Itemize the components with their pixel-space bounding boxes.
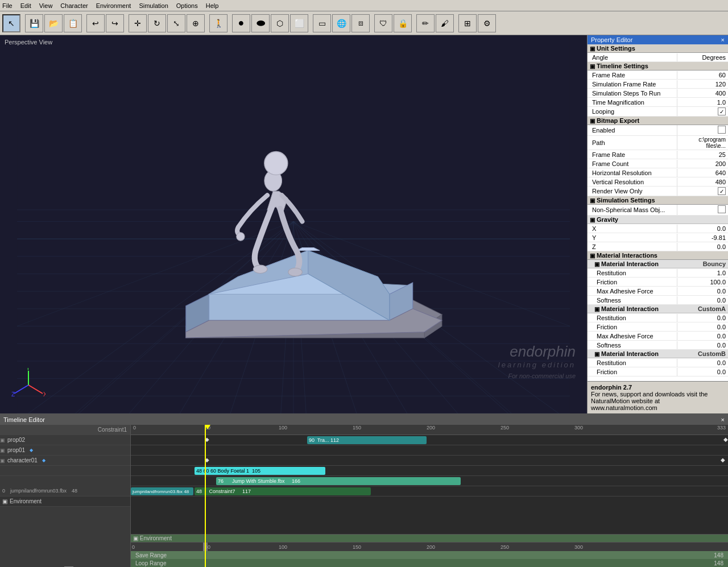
- pe-value-angle[interactable]: Degrees: [677, 53, 728, 61]
- pe-value-path[interactable]: c:\program files\e...: [677, 136, 728, 150]
- pe-value-frame-count[interactable]: 200: [677, 160, 728, 168]
- pe-value-gravity-y[interactable]: -9.81: [677, 234, 728, 242]
- timeline-titlebar: Timeline Editor ×: [0, 415, 728, 425]
- section-bitmap-export[interactable]: ▣ Bitmap Export: [588, 117, 728, 125]
- pen-button[interactable]: ✏: [416, 14, 435, 32]
- pe-value-vert-res[interactable]: 480: [677, 178, 728, 186]
- box-button[interactable]: ⬜: [290, 14, 308, 32]
- enabled-checkbox[interactable]: [718, 126, 726, 134]
- open-alt-button[interactable]: 📋: [64, 14, 82, 32]
- property-editor-content[interactable]: ▣ Unit Settings Angle Degrees ▣ Timeline…: [588, 44, 728, 381]
- timeline-close[interactable]: ×: [721, 416, 725, 423]
- capsule-button[interactable]: ⬬: [251, 14, 270, 32]
- pe-value-sim-steps[interactable]: 400: [677, 89, 728, 97]
- redo-button[interactable]: ↪: [106, 14, 124, 32]
- expand-prop01[interactable]: ▣: [0, 448, 5, 453]
- pe-value-restitution-3[interactable]: 0.0: [677, 359, 728, 367]
- section-material-bouncy[interactable]: ▣ Material Interaction Bouncy: [588, 260, 728, 268]
- menu-edit[interactable]: Edit: [20, 2, 31, 9]
- ruler-b-300: 300: [574, 544, 583, 550]
- tl-track-prop02[interactable]: ▣ prop02: [0, 435, 130, 445]
- physics-button[interactable]: ⚙: [478, 14, 496, 32]
- save-button[interactable]: 💾: [25, 14, 43, 32]
- rotate-button[interactable]: ↻: [148, 14, 166, 32]
- render-view-checkbox[interactable]: [718, 187, 726, 195]
- sphere-button[interactable]: ●: [232, 14, 250, 32]
- section-gravity[interactable]: ▣ Gravity: [588, 216, 728, 224]
- character-button[interactable]: 🚶: [209, 14, 228, 32]
- section-simulation-settings[interactable]: ▣ Simulation Settings: [588, 196, 728, 205]
- timeline-tracks[interactable]: 0 50 100 150 200 250 300 333 90 Tra... 1…: [131, 425, 728, 567]
- pe-value-horiz-res[interactable]: 640: [677, 169, 728, 177]
- pe-value-softness-2[interactable]: 0.0: [677, 341, 728, 349]
- looping-checkbox[interactable]: [718, 107, 726, 115]
- pe-value-framerate[interactable]: 60: [677, 71, 728, 79]
- pe-row-path: Path c:\program files\e...: [588, 136, 728, 150]
- expand-environment[interactable]: ▣: [2, 498, 7, 504]
- viewport[interactable]: Perspective View: [0, 35, 587, 413]
- expand-prop02[interactable]: ▣: [0, 437, 5, 443]
- pe-value-friction-3[interactable]: 0.0: [677, 368, 728, 376]
- svg-point-44: [264, 152, 288, 175]
- pe-value-friction-2[interactable]: 0.0: [677, 323, 728, 331]
- select-tool-button[interactable]: ↖: [2, 14, 20, 32]
- menu-environment[interactable]: Environment: [96, 2, 131, 9]
- svg-text:Y: Y: [26, 368, 30, 371]
- pe-value-restitution-2[interactable]: 0.0: [677, 314, 728, 322]
- non-spherical-checkbox[interactable]: [718, 205, 726, 213]
- tl-row-prop02: 90 Tra... 112 ◆ ◆: [131, 435, 728, 445]
- tl-bar-body-foetal[interactable]: 48 60 60 Body Foetal 1 105: [195, 467, 325, 475]
- pe-value-softness-1[interactable]: 0.0: [677, 296, 728, 304]
- undo-button[interactable]: ↩: [86, 14, 105, 32]
- pe-value-restitution-1[interactable]: 1.0: [677, 269, 728, 277]
- pe-value-adhesive-1[interactable]: 0.0: [677, 287, 728, 295]
- pe-label-softness-2: Softness: [588, 341, 677, 349]
- mesh-button[interactable]: ▭: [313, 14, 331, 32]
- menu-options[interactable]: Options: [176, 2, 198, 9]
- pe-value-bitmap-framerate[interactable]: 25: [677, 151, 728, 159]
- section-timeline-settings[interactable]: ▣ Timeline Settings: [588, 62, 728, 71]
- pe-value-gravity-x[interactable]: 0.0: [677, 225, 728, 233]
- snap-button[interactable]: ⊞: [458, 14, 477, 32]
- property-editor-close[interactable]: ×: [721, 36, 725, 43]
- pe-value-render-view[interactable]: [677, 187, 728, 196]
- cylinder-button[interactable]: ⬡: [271, 14, 289, 32]
- lock-button[interactable]: 🔒: [394, 14, 412, 32]
- tl-bar-constraint7[interactable]: 48 Constraint7 117: [195, 487, 371, 495]
- tl-track-prop01[interactable]: ▣ prop01 ◆: [0, 445, 130, 456]
- section-material-interactions[interactable]: ▣ Material Interactions: [588, 251, 728, 260]
- expand-char01[interactable]: ▣: [0, 458, 5, 463]
- open-button[interactable]: 📂: [44, 14, 63, 32]
- pe-value-looping[interactable]: [677, 107, 728, 116]
- tl-track-char01[interactable]: ▣ character01 ◆: [0, 456, 130, 466]
- pe-value-enabled[interactable]: [677, 125, 728, 135]
- tl-bar-jump-run[interactable]: jumpnilandfromrun03.fbx 48: [131, 487, 193, 495]
- tl-track-blank2: 0 jumpnilandfromrun03.fbx 48: [0, 476, 130, 496]
- menu-help[interactable]: Help: [206, 2, 219, 9]
- section-unit-settings[interactable]: ▣ Unit Settings: [588, 44, 728, 53]
- menu-view[interactable]: View: [39, 2, 53, 9]
- brush-button[interactable]: 🖌: [436, 14, 454, 32]
- pe-value-time-mag[interactable]: 1.0: [677, 98, 728, 106]
- menu-simulation[interactable]: Simulation: [139, 2, 168, 9]
- translate-button[interactable]: ✛: [129, 14, 147, 32]
- playhead[interactable]: [205, 425, 206, 567]
- globe-button[interactable]: 🌐: [332, 14, 350, 32]
- shield-button[interactable]: 🛡: [374, 14, 392, 32]
- section-material-customa[interactable]: ▣ Material Interaction CustomA: [588, 305, 728, 313]
- tool5-button[interactable]: ⊕: [187, 14, 205, 32]
- pe-value-friction-1[interactable]: 100.0: [677, 278, 728, 286]
- scale-button[interactable]: ⤡: [167, 14, 185, 32]
- tl-section-environment[interactable]: ▣ Environment: [0, 496, 130, 507]
- pe-value-gravity-z[interactable]: 0.0: [677, 243, 728, 251]
- pe-value-sim-framerate[interactable]: 120: [677, 80, 728, 88]
- pe-value-adhesive-2[interactable]: 0.0: [677, 332, 728, 340]
- menu-file[interactable]: File: [2, 2, 13, 9]
- diamond-char01: ◆: [42, 458, 46, 463]
- menu-character[interactable]: Character: [60, 2, 88, 9]
- tl-bar-jump-stumble[interactable]: 76 Jump With Stumble.fbx 166: [216, 477, 461, 485]
- divide-button[interactable]: ⧇: [351, 14, 370, 32]
- tl-bar-constraint1[interactable]: 90 Tra... 112: [307, 436, 427, 444]
- section-material-customb[interactable]: ▣ Material Interaction CustomB: [588, 350, 728, 358]
- pe-value-non-spherical[interactable]: [677, 205, 728, 215]
